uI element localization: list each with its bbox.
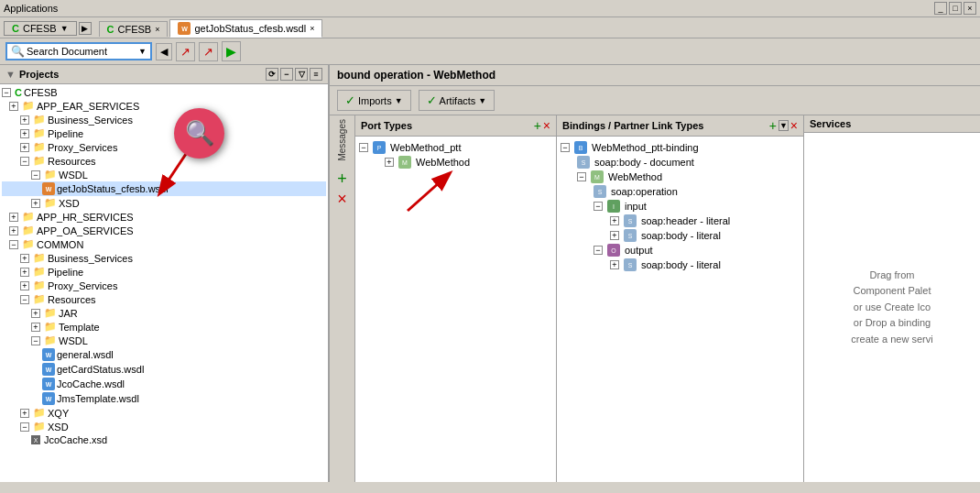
nav-btn-2[interactable]: ↗ <box>199 42 218 61</box>
port-webmethod-ptt[interactable]: − P WebMethod_ptt <box>359 140 552 155</box>
collapse-btn[interactable]: − <box>280 68 293 81</box>
folder-icon: 📁 <box>44 321 57 333</box>
expand-xsd1[interactable]: + <box>31 199 40 208</box>
expand-wsdl1[interactable]: − <box>31 170 40 180</box>
expand-jar[interactable]: + <box>31 309 40 318</box>
expand-wsdl2[interactable]: − <box>31 336 40 345</box>
expand-biz1[interactable]: + <box>20 115 29 125</box>
binding-soap-header[interactable]: + S soap:header - literal <box>561 214 800 228</box>
expand-header[interactable]: + <box>610 216 619 225</box>
tree-item-biz-svc1[interactable]: + 📁 Business_Services <box>2 113 326 126</box>
tree-item-jar[interactable]: + 📁 JAR <box>2 306 326 320</box>
tree-item-jcocache-xsd[interactable]: X JcoCache.xsd <box>2 433 326 446</box>
expand-app-hr[interactable]: + <box>9 213 18 222</box>
maximize-btn[interactable]: □ <box>949 2 962 15</box>
expand-ptt[interactable]: − <box>359 143 368 152</box>
tree-item-resources2[interactable]: − 📁 Resources <box>2 292 326 306</box>
tree-item-getcardstatus-wsdl[interactable]: W getCardStatus.wsdl <box>2 362 326 377</box>
tree-item-wsdl2[interactable]: − 📁 WSDL <box>2 334 326 347</box>
expand-proxy2[interactable]: + <box>20 281 29 290</box>
tree-item-app-hr[interactable]: + 📁 APP_HR_SERVICES <box>2 210 326 224</box>
search-input[interactable] <box>27 46 136 57</box>
tree-item-biz-svc2[interactable]: + 📁 Business_Services <box>2 251 326 265</box>
expand-output[interactable]: − <box>593 246 603 255</box>
binding-input[interactable]: − I input <box>561 199 800 214</box>
port-remove-btn[interactable]: × <box>543 118 550 133</box>
close-btn[interactable]: × <box>964 2 976 15</box>
expand-app-ear[interactable]: + <box>9 102 18 111</box>
imports-button[interactable]: ✓ Imports ▼ <box>337 90 411 111</box>
expand-wm[interactable]: + <box>385 158 394 167</box>
messages-add-btn[interactable]: + <box>337 170 347 187</box>
binding-soap-body1[interactable]: + S soap:body - literal <box>561 228 800 243</box>
soap-op-icon: S <box>593 185 606 198</box>
project-nav-btn[interactable]: ▶ <box>79 22 92 35</box>
tree-item-xsd1[interactable]: + 📁 XSD <box>2 196 326 210</box>
expand-xqy[interactable]: + <box>20 409 29 418</box>
expand-body2[interactable]: + <box>610 260 619 269</box>
tree-item-app-oa[interactable]: + 📁 APP_OA_SERVICES <box>2 224 326 237</box>
tab-close-cfesb[interactable]: × <box>155 25 159 34</box>
expand-common[interactable]: − <box>9 240 18 249</box>
expand-resources1[interactable]: − <box>20 157 29 166</box>
expand-xsd2[interactable]: − <box>20 422 29 432</box>
tree-item-pipeline1[interactable]: + 📁 Pipeline <box>2 126 326 140</box>
expand-resources2[interactable]: − <box>20 295 29 304</box>
expand-cfesb[interactable]: − <box>2 88 11 97</box>
expand-body1[interactable]: + <box>610 231 619 240</box>
tree-item-xqy[interactable]: + 📁 XQY <box>2 406 326 420</box>
search-prev-btn[interactable]: ◀ <box>156 43 172 60</box>
binding-output[interactable]: − O output <box>561 243 800 257</box>
tab-wsdl[interactable]: W getJobStatus_cfesb.wsdl × <box>169 19 322 38</box>
run-btn[interactable]: ▶ <box>222 41 241 61</box>
binding-root[interactable]: − B WebMethod_ptt-binding <box>561 140 800 155</box>
tree-item-proxy2[interactable]: + 📁 Proxy_Services <box>2 279 326 292</box>
expand-app-oa[interactable]: + <box>9 226 18 236</box>
binding-soap-op[interactable]: S soap:operation <box>561 184 800 199</box>
method-icon: M <box>591 170 604 183</box>
binding-webmethod[interactable]: − M WebMethod <box>561 170 800 184</box>
tree-item-resources1[interactable]: − 📁 Resources <box>2 154 326 168</box>
folder-icon: 📁 <box>33 141 46 153</box>
tree-item-cfesb[interactable]: − C CFESB <box>2 86 326 99</box>
tab-cfesb[interactable]: C CFESB × <box>99 21 169 37</box>
app-bar: Applications _ □ × <box>0 0 980 17</box>
tree-item-pipeline2[interactable]: + 📁 Pipeline <box>2 265 326 279</box>
settings-btn[interactable]: ≡ <box>310 68 322 81</box>
tree-item-app-ear[interactable]: + 📁 APP_EAR_SERVICES <box>2 99 326 113</box>
bindings-add-btn[interactable]: + <box>769 118 777 133</box>
tree-item-jcocache-wsdl[interactable]: W JcoCache.wsdl <box>2 377 326 391</box>
port-add-btn[interactable]: + <box>534 118 541 133</box>
port-webmethod[interactable]: + M WebMethod <box>359 155 552 170</box>
expand-pipeline2[interactable]: + <box>20 268 29 277</box>
tree-item-xsd2[interactable]: − 📁 XSD <box>2 420 326 433</box>
binding-soap-body2[interactable]: + S soap:body - literal <box>561 257 800 272</box>
bindings-dropdown-btn[interactable]: ▼ <box>779 120 789 131</box>
bindings-remove-btn[interactable]: × <box>790 118 798 133</box>
expand-input[interactable]: − <box>593 202 603 211</box>
expand-binding[interactable]: − <box>561 143 570 152</box>
expand-bwm[interactable]: − <box>577 172 586 181</box>
project-selector[interactable]: C CFESB ▼ <box>4 21 77 36</box>
expand-biz2[interactable]: + <box>20 254 29 263</box>
expand-proxy1[interactable]: + <box>20 143 29 152</box>
minimize-btn[interactable]: _ <box>934 2 947 15</box>
wsdl-blue-icon: W <box>42 378 55 390</box>
tree-item-wsdl1[interactable]: − 📁 WSDL <box>2 168 326 181</box>
tree-item-common[interactable]: − 📁 COMMON <box>2 237 326 251</box>
tree-item-jmstemplate-wsdl[interactable]: W JmsTemplate.wsdl <box>2 391 326 406</box>
refresh-btn[interactable]: ⟳ <box>266 68 278 81</box>
expand-pipeline1[interactable]: + <box>20 129 29 138</box>
tree-item-template[interactable]: + 📁 Template <box>2 320 326 334</box>
tree-item-general-wsdl[interactable]: W general.wsdl <box>2 347 326 362</box>
artifacts-button[interactable]: ✓ Artifacts ▼ <box>419 90 495 111</box>
binding-soap-body-doc[interactable]: S soap:body - document <box>561 155 800 170</box>
tree-item-proxy1[interactable]: + 📁 Proxy_Services <box>2 140 326 154</box>
tab-close-wsdl[interactable]: × <box>310 24 314 33</box>
tree-item-getjob-wsdl[interactable]: W getJobStatus_cfesb.wsdl <box>2 181 326 196</box>
folder-icon: 📁 <box>44 307 57 319</box>
filter-btn[interactable]: ▽ <box>295 68 308 81</box>
messages-remove-btn[interactable]: × <box>337 191 347 207</box>
expand-template[interactable]: + <box>31 323 40 332</box>
nav-btn-1[interactable]: ↗ <box>176 42 195 61</box>
